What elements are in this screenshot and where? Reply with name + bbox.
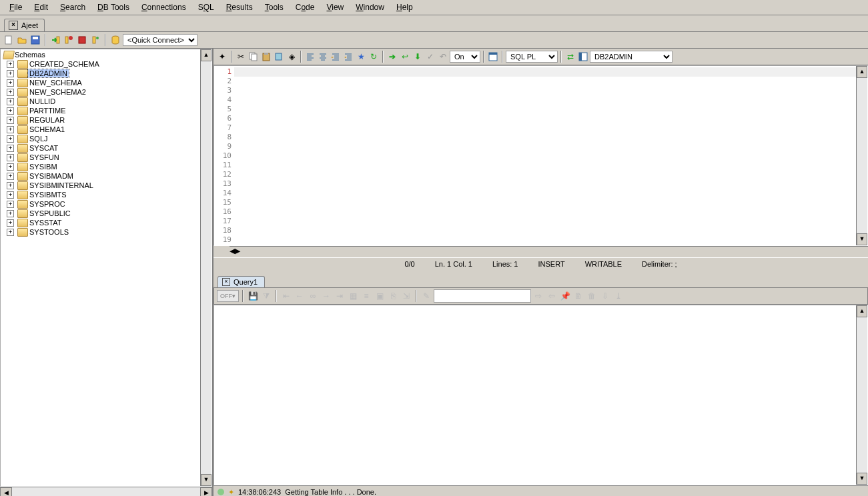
expand-icon[interactable]: + [7, 126, 14, 133]
form-icon[interactable]: ▣ [374, 290, 386, 302]
off-toggle[interactable]: OFF ▾ [217, 290, 239, 302]
disconnect-icon[interactable] [63, 34, 75, 46]
expand-icon[interactable]: + [7, 61, 14, 68]
nav-glasses-icon[interactable]: ∞ [307, 290, 319, 302]
expand-icon[interactable]: + [7, 210, 14, 217]
tag-icon[interactable]: ◈ [286, 51, 298, 63]
expand-icon[interactable]: + [7, 98, 14, 105]
undo-icon[interactable]: ↶ [437, 51, 449, 63]
scroll-left-icon[interactable]: ◀ [230, 247, 235, 257]
expand-icon[interactable]: + [7, 70, 14, 77]
pin-icon[interactable]: 📌 [559, 290, 571, 302]
menu-edit[interactable]: Edit [28, 1, 54, 13]
sql-editor[interactable]: 1234567891011121314151617181920 ▲ ▼ [213, 65, 868, 246]
scroll-down-icon[interactable]: ▼ [857, 473, 867, 485]
align-center-icon[interactable] [317, 51, 329, 63]
copy-icon[interactable] [248, 51, 260, 63]
schema-tree[interactable]: Schemas+CREATED_SCHEMA+DB2ADMIN+NEW_SCHE… [1, 49, 211, 237]
scroll-right-icon[interactable]: ▶ [200, 487, 212, 496]
expand-icon[interactable]: + [7, 219, 14, 227]
scroll-up-icon[interactable]: ▲ [201, 49, 211, 61]
trash-icon[interactable]: 🗑 [586, 290, 598, 302]
tree-item[interactable]: +SYSIBM [1, 162, 211, 171]
tree-item[interactable]: +SYSCAT [1, 143, 211, 153]
nav-next-icon[interactable]: → [320, 290, 332, 302]
tree-item[interactable]: +CREATED_SCHEMA [1, 59, 211, 69]
paste-icon[interactable] [260, 51, 272, 63]
run-back-icon[interactable]: ↩ [399, 51, 411, 63]
tree-item[interactable]: +SYSIBMTS [1, 190, 211, 199]
tree-item[interactable]: +SCHEMA1 [1, 125, 211, 134]
copy2-icon[interactable] [273, 51, 285, 63]
results-vscroll[interactable]: ▲ ▼ [856, 305, 867, 485]
grid-icon[interactable]: ▦ [347, 290, 359, 302]
doc-icon[interactable]: 🗎 [572, 290, 584, 302]
expand-icon[interactable]: + [7, 191, 14, 199]
tree-item[interactable]: +REGULAR [1, 115, 211, 125]
nav-prev-icon[interactable]: ← [294, 290, 306, 302]
tree-item[interactable]: +SYSPUBLIC [1, 209, 211, 218]
tree-root[interactable]: Schemas [1, 50, 211, 59]
rows-icon[interactable]: ≡ [360, 290, 372, 302]
tree-item[interactable]: +SYSIBMINTERNAL [1, 181, 211, 190]
filter-icon[interactable]: ⧩ [260, 290, 272, 302]
tree-item[interactable]: +DB2ADMIN [1, 69, 211, 78]
run-down-icon[interactable]: ⬇ [412, 51, 424, 63]
sidebar-vscroll[interactable]: ▲ ▼ [200, 49, 211, 486]
run-icon[interactable]: ➔ [386, 51, 398, 63]
menu-view[interactable]: View [320, 1, 350, 13]
tree-item[interactable]: +SYSPROC [1, 199, 211, 209]
tree-item[interactable]: +SYSTOOLS [1, 227, 211, 237]
expand-icon[interactable]: + [7, 163, 14, 171]
indent-icon[interactable] [330, 51, 342, 63]
scroll-left-icon[interactable]: ◀ [0, 487, 12, 496]
quick-connect-combo[interactable]: <Quick Connect> [123, 34, 197, 46]
outdent-icon[interactable] [342, 51, 354, 63]
close-icon[interactable]: × [222, 278, 230, 286]
tree-item[interactable]: +SQLJ [1, 134, 211, 143]
tree-item[interactable]: +PARTTIME [1, 106, 211, 115]
tree-item[interactable]: +NULLID [1, 97, 211, 106]
tree-item[interactable]: +NEW_SCHEMA [1, 78, 211, 87]
connect-icon[interactable] [49, 34, 61, 46]
export-icon[interactable]: ⇲ [400, 290, 412, 302]
scroll-up-icon[interactable]: ▲ [857, 66, 867, 78]
stop-icon[interactable] [76, 34, 88, 46]
editor-textarea[interactable] [234, 66, 867, 245]
server-icon[interactable] [89, 34, 101, 46]
expand-icon[interactable]: + [7, 135, 14, 143]
copy-result-icon[interactable]: ⎘ [387, 290, 399, 302]
brush-icon[interactable]: ✎ [420, 290, 432, 302]
lang-combo[interactable]: SQL PL [506, 51, 558, 63]
refresh-icon[interactable]: ↻ [368, 51, 380, 63]
scroll-down-icon[interactable]: ▼ [201, 474, 211, 486]
down-icon[interactable]: ⇩ [599, 290, 611, 302]
panel-icon[interactable] [487, 51, 499, 63]
expand-icon[interactable]: + [7, 154, 14, 161]
check-icon[interactable]: ✓ [424, 51, 436, 63]
expand-icon[interactable]: + [7, 173, 14, 180]
menu-tools[interactable]: Tools [259, 1, 290, 13]
menu-search[interactable]: Search [54, 1, 91, 13]
scroll-down-icon[interactable]: ▼ [857, 233, 867, 245]
expand-icon[interactable]: + [7, 145, 14, 152]
align-left-icon[interactable] [304, 51, 316, 63]
query-tab[interactable]: × Query1 [218, 276, 265, 287]
tree-item[interactable]: +NEW_SCHEMA2 [1, 87, 211, 97]
cut-icon[interactable]: ✂ [235, 51, 247, 63]
close-icon[interactable]: × [9, 21, 18, 30]
panel2-icon[interactable] [577, 51, 589, 63]
tree-item[interactable]: +SYSIBMADM [1, 171, 211, 181]
link-icon[interactable]: ⇄ [564, 51, 576, 63]
find-next-icon[interactable]: ⇨ [532, 290, 544, 302]
menu-code[interactable]: Code [290, 1, 321, 13]
menu-dbtools[interactable]: DB Tools [91, 1, 135, 13]
schema-combo[interactable]: DB2ADMIN [590, 51, 673, 63]
nav-last-icon[interactable]: ⇥ [334, 290, 346, 302]
wand-icon[interactable]: ✦ [216, 51, 228, 63]
scroll-right-icon[interactable]: ▶ [235, 247, 240, 257]
toggle-combo[interactable]: On [450, 51, 480, 63]
save-result-icon[interactable]: 💾 [247, 290, 259, 302]
new-icon[interactable] [3, 34, 15, 46]
menu-results[interactable]: Results [220, 1, 259, 13]
